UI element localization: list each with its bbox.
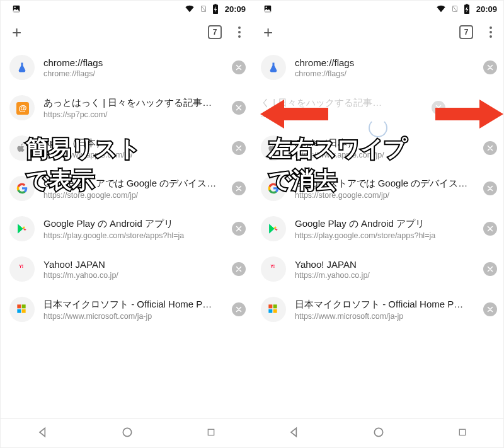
tab-title: 日本マイクロソフト - Official Home P…	[43, 299, 227, 311]
tab-row[interactable]: Y!Yahoo! JAPANhttps://m.yahoo.co.jp/	[252, 249, 503, 289]
close-tab-button[interactable]	[483, 262, 497, 276]
tab-favicon	[9, 297, 35, 322]
svg-rect-29	[459, 429, 465, 435]
close-tab-button[interactable]	[432, 101, 445, 115]
tab-url: https://sp7pc.com/	[43, 110, 227, 119]
menu-button[interactable]	[232, 26, 247, 38]
tab-title: Apple（日本）	[43, 137, 227, 149]
tab-title: 日本マイクロソフト - Official Home P…	[295, 299, 478, 311]
tab-title: Apple（日本）	[295, 137, 478, 149]
close-tab-button[interactable]	[483, 222, 497, 236]
tab-text: Yahoo! JAPANhttps://m.yahoo.co.jp/	[35, 259, 232, 280]
tab-title: Yahoo! JAPAN	[43, 259, 227, 270]
close-tab-button[interactable]	[232, 141, 246, 155]
tab-row[interactable]: Google Play の Android アプリhttps://play.go…	[252, 209, 503, 249]
new-tab-button[interactable]: +	[257, 23, 279, 42]
close-tab-button[interactable]	[483, 302, 497, 316]
tab-list: chrome://flagschrome://flags/@く | 日々をハック…	[252, 47, 503, 418]
nav-bar	[1, 418, 252, 447]
menu-button[interactable]	[483, 26, 498, 38]
status-bar: 20:09	[1, 1, 252, 17]
svg-rect-25	[273, 304, 277, 308]
image-icon	[12, 4, 21, 13]
tab-favicon	[9, 176, 35, 201]
tab-text: Yahoo! JAPANhttps://m.yahoo.co.jp/	[286, 259, 483, 280]
phone-right: 20:09 + 7 chrome://flagschrome://flags/@…	[252, 1, 503, 447]
tab-text: chrome://flagschrome://flags/	[286, 57, 483, 78]
nav-back-button[interactable]	[37, 426, 49, 441]
svg-marker-22	[269, 224, 274, 234]
tab-row[interactable]: Apple（日本）https://www.apple.com/jp/	[1, 128, 252, 168]
close-tab-button[interactable]	[232, 101, 246, 115]
close-tab-button[interactable]	[232, 60, 246, 74]
close-tab-button[interactable]	[483, 181, 497, 195]
tab-url: https://store.google.com/jp/	[43, 191, 227, 200]
svg-marker-7	[18, 224, 23, 234]
tab-title: Google ストアでは Google のデバイス…	[295, 178, 478, 190]
tab-url: https://www.microsoft.com/ja-jp	[295, 312, 478, 321]
close-tab-button[interactable]	[232, 181, 246, 195]
svg-point-16	[266, 7, 267, 8]
tab-row[interactable]: Y!Yahoo! JAPANhttps://m.yahoo.co.jp/	[1, 249, 252, 289]
tab-favicon	[9, 216, 35, 241]
tab-favicon: @	[9, 95, 35, 120]
nav-bar	[252, 418, 503, 447]
close-tab-button[interactable]	[483, 141, 497, 155]
tab-switcher-button[interactable]: 7	[459, 25, 473, 39]
svg-rect-24	[268, 304, 272, 308]
new-tab-button[interactable]: +	[6, 23, 28, 42]
tab-url: https://www.microsoft.com/ja-jp	[43, 312, 227, 321]
loading-spinner-icon	[369, 118, 387, 137]
tab-text: 日本マイクロソフト - Official Home P…https://www.…	[286, 299, 483, 321]
tab-title: Google Play の Android アプリ	[43, 218, 227, 230]
nav-home-button[interactable]	[372, 426, 385, 441]
tab-row[interactable]: Google ストアでは Google のデバイス…https://store.…	[1, 168, 252, 209]
svg-rect-12	[22, 309, 26, 313]
tab-row[interactable]: 日本マイクロソフト - Official Home P…https://www.…	[252, 289, 503, 330]
tab-row[interactable]: @あっとはっく | 日々をハックする記事…https://sp7pc.com/	[1, 88, 252, 128]
tab-text: Google ストアでは Google のデバイス…https://store.…	[286, 178, 483, 200]
tab-title: く | 日々をハックする記事…	[261, 97, 478, 109]
svg-rect-11	[17, 309, 21, 313]
close-tab-button[interactable]	[232, 262, 246, 276]
svg-rect-26	[268, 309, 272, 313]
tab-favicon	[261, 176, 286, 201]
tab-row[interactable]: chrome://flagschrome://flags/	[1, 47, 252, 88]
image-icon	[263, 4, 272, 13]
sim-off-icon	[451, 4, 459, 13]
svg-text:Y!: Y!	[270, 264, 275, 268]
nav-recents-button[interactable]	[206, 427, 216, 440]
tab-row[interactable]: chrome://flagschrome://flags/	[252, 47, 503, 88]
tab-row[interactable]: @く | 日々をハックする記事….com/	[252, 88, 503, 128]
tab-title: chrome://flags	[295, 57, 478, 68]
tab-title: Yahoo! JAPAN	[295, 259, 478, 270]
tab-title: あっとはっく | 日々をハックする記事…	[43, 97, 227, 109]
tab-url: https://m.yahoo.co.jp/	[43, 271, 227, 280]
tab-url: .com/	[261, 110, 478, 119]
nav-home-button[interactable]	[121, 426, 134, 441]
tab-row[interactable]: 日本マイクロソフト - Official Home P…https://www.…	[1, 289, 252, 330]
tab-list: chrome://flagschrome://flags/@あっとはっく | 日…	[1, 47, 252, 418]
tab-url: https://play.google.com/store/apps?hl=ja	[43, 231, 227, 240]
tab-favicon: Y!	[261, 256, 286, 282]
tab-favicon	[9, 135, 35, 161]
phone-left: 20:09 + 7 chrome://flagschrome://flags/@…	[1, 1, 252, 447]
status-time: 20:09	[476, 4, 497, 14]
browser-toolbar: + 7	[252, 17, 503, 47]
sim-off-icon	[200, 4, 207, 13]
svg-point-28	[375, 428, 383, 436]
tab-text: Google Play の Android アプリhttps://play.go…	[286, 218, 483, 240]
close-tab-button[interactable]	[483, 60, 497, 74]
nav-recents-button[interactable]	[457, 427, 467, 440]
tab-row[interactable]: Google Play の Android アプリhttps://play.go…	[1, 209, 252, 249]
tab-text: Google ストアでは Google のデバイス…https://store.…	[35, 178, 232, 200]
tab-switcher-button[interactable]: 7	[208, 25, 222, 39]
svg-point-1	[14, 7, 16, 8]
tab-text: Google Play の Android アプリhttps://play.go…	[35, 218, 232, 240]
svg-rect-4	[214, 4, 216, 5]
tab-row[interactable]: Google ストアでは Google のデバイス…https://store.…	[252, 168, 503, 209]
close-tab-button[interactable]	[232, 302, 246, 316]
nav-back-button[interactable]	[288, 426, 301, 441]
close-tab-button[interactable]	[232, 222, 246, 236]
tab-favicon	[261, 55, 286, 80]
